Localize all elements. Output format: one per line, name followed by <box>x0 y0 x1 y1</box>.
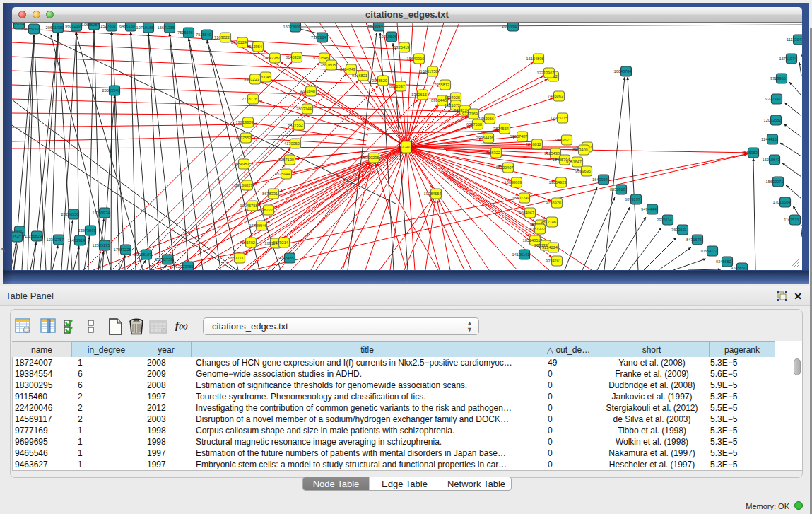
svg-text:7625402: 7625402 <box>240 240 255 245</box>
svg-text:9463627: 9463627 <box>555 138 571 142</box>
svg-text:8471676: 8471676 <box>686 238 702 242</box>
svg-text:12093582: 12093582 <box>764 118 782 122</box>
svg-text:8215953: 8215953 <box>742 151 758 155</box>
svg-text:7955812: 7955812 <box>434 83 449 87</box>
svg-text:16671355: 16671355 <box>158 25 175 30</box>
svg-text:9535944: 9535944 <box>275 172 290 176</box>
svg-text:10719185: 10719185 <box>136 25 154 30</box>
svg-text:19654923: 19654923 <box>549 180 567 185</box>
svg-text:1640954: 1640954 <box>592 177 608 182</box>
svg-text:9327546: 9327546 <box>313 56 329 60</box>
svg-text:8146328: 8146328 <box>286 55 301 59</box>
svg-text:9474444: 9474444 <box>641 207 657 211</box>
svg-text:12923465: 12923465 <box>176 264 194 269</box>
svg-text:12342757: 12342757 <box>47 238 64 242</box>
svg-text:2867608: 2867608 <box>320 63 336 67</box>
svg-text:15751074: 15751074 <box>779 57 797 61</box>
svg-text:12505135: 12505135 <box>93 243 110 247</box>
svg-text:18724007: 18724007 <box>397 145 416 149</box>
svg-text:16151372: 16151372 <box>528 227 546 231</box>
svg-text:7357224: 7357224 <box>311 35 326 40</box>
svg-text:2803144: 2803144 <box>296 107 312 111</box>
svg-text:9227342: 9227342 <box>765 97 781 101</box>
svg-text:18807249: 18807249 <box>512 196 530 200</box>
svg-text:17957225: 17957225 <box>114 247 131 252</box>
svg-text:8678331: 8678331 <box>262 192 278 196</box>
svg-text:15692971: 15692971 <box>766 180 784 184</box>
svg-text:19654983: 19654983 <box>232 162 249 166</box>
svg-text:14136141: 14136141 <box>512 252 530 257</box>
svg-text:8454749: 8454749 <box>340 67 355 71</box>
svg-text:20364436: 20364436 <box>476 136 494 140</box>
svg-text:8427552: 8427552 <box>288 123 303 127</box>
svg-text:1362615: 1362615 <box>411 93 427 97</box>
svg-text:9812746: 9812746 <box>541 220 556 224</box>
svg-text:9214224: 9214224 <box>542 245 558 250</box>
svg-text:8912954: 8912954 <box>247 45 262 49</box>
svg-text:12975115: 12975115 <box>551 116 567 120</box>
svg-text:2718176: 2718176 <box>242 97 257 101</box>
svg-text:9579214: 9579214 <box>273 240 288 245</box>
svg-text:7515540: 7515540 <box>196 33 211 37</box>
svg-text:18300295: 18300295 <box>362 156 379 160</box>
svg-text:9381223: 9381223 <box>244 77 259 81</box>
svg-text:6794028: 6794028 <box>445 95 460 100</box>
svg-text:19358107: 19358107 <box>134 252 152 257</box>
svg-text:20206556: 20206556 <box>61 212 79 216</box>
svg-text:9777169: 9777169 <box>462 112 478 116</box>
svg-text:6466160: 6466160 <box>119 24 135 28</box>
svg-text:7386322: 7386322 <box>485 151 500 155</box>
svg-text:16648784: 16648784 <box>614 69 632 74</box>
svg-text:9699695: 9699695 <box>575 169 591 173</box>
svg-text:19166827: 19166827 <box>235 183 253 187</box>
svg-text:20691406: 20691406 <box>46 25 64 30</box>
svg-text:9245652: 9245652 <box>716 259 731 264</box>
svg-text:9756928: 9756928 <box>546 201 561 205</box>
svg-text:1167531: 1167531 <box>784 218 799 222</box>
svg-text:10607487: 10607487 <box>510 134 528 139</box>
svg-text:10654112: 10654112 <box>700 249 717 253</box>
svg-text:9605219: 9605219 <box>65 24 81 28</box>
svg-text:17016504: 17016504 <box>773 200 791 204</box>
svg-text:8958928: 8958928 <box>610 187 625 192</box>
svg-text:9146821: 9146821 <box>352 74 367 78</box>
svg-text:19384554: 19384554 <box>424 192 442 196</box>
svg-text:16961758: 16961758 <box>420 69 438 74</box>
svg-text:11325419: 11325419 <box>392 45 409 49</box>
svg-text:8267130: 8267130 <box>278 158 294 162</box>
svg-text:10543382: 10543382 <box>263 56 281 60</box>
svg-text:11156829: 11156829 <box>25 234 42 238</box>
svg-text:8660124: 8660124 <box>231 40 247 45</box>
svg-text:7485063: 7485063 <box>548 94 563 98</box>
svg-text:7163822: 7163822 <box>214 35 230 40</box>
svg-text:9329966: 9329966 <box>770 76 786 81</box>
svg-text:10655287: 10655287 <box>82 23 100 27</box>
svg-text:7515546: 7515546 <box>177 30 193 35</box>
svg-text:15640910: 15640910 <box>407 57 425 61</box>
svg-text:9716485: 9716485 <box>278 256 294 260</box>
svg-text:7632621: 7632621 <box>671 228 687 232</box>
svg-text:9245650: 9245650 <box>731 266 746 270</box>
svg-text:1527602: 1527602 <box>100 24 116 28</box>
svg-text:8113400: 8113400 <box>572 148 587 152</box>
svg-text:16782759: 16782759 <box>155 257 173 262</box>
svg-text:11123047: 11123047 <box>787 37 802 42</box>
svg-text:16154808: 16154808 <box>526 57 544 61</box>
svg-text:14055712: 14055712 <box>22 27 40 31</box>
svg-text:9084067: 9084067 <box>519 211 534 215</box>
svg-text:1621072: 1621072 <box>445 103 460 107</box>
svg-text:17359924: 17359924 <box>93 211 110 215</box>
svg-text:9334261: 9334261 <box>546 259 561 263</box>
svg-text:12213389: 12213389 <box>236 120 254 124</box>
svg-text:9025438: 9025438 <box>544 151 560 156</box>
svg-text:9657771: 9657771 <box>228 256 244 260</box>
svg-text:2935114: 2935114 <box>657 218 671 222</box>
svg-text:15409946: 15409946 <box>249 223 267 228</box>
svg-text:9242848: 9242848 <box>300 89 315 93</box>
svg-text:6216012: 6216012 <box>526 142 541 146</box>
svg-text:10046758: 10046758 <box>240 204 258 208</box>
svg-text:4170052: 4170052 <box>284 141 300 146</box>
svg-text:16107552: 16107552 <box>234 136 252 140</box>
svg-text:7391547: 7391547 <box>12 235 21 239</box>
svg-text:18524851: 18524851 <box>523 238 541 243</box>
